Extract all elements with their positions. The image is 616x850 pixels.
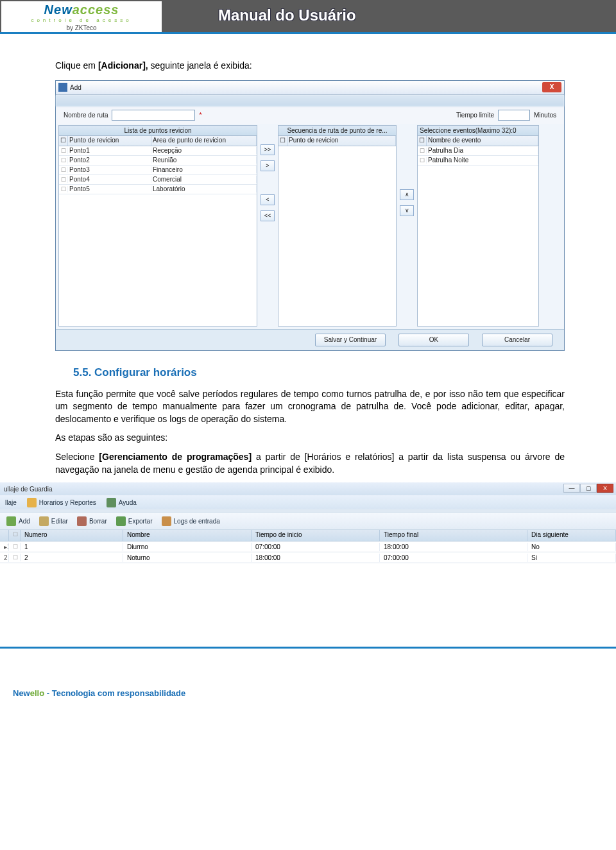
para-step-select: Selecione [Gerenciamento de programações… [55, 451, 565, 476]
close-icon[interactable]: X [597, 484, 613, 493]
brand-logo: Newaccess controle de acesso by ZKTeco [1, 1, 162, 32]
footer-brand-n: New [13, 688, 30, 698]
add-dialog: Add X Nombre de ruta * Tiempo limite Min… [55, 80, 565, 351]
menu-ayuda[interactable]: Ayuda [107, 498, 137, 507]
col-nombre: Nombre [123, 530, 252, 541]
para-function-desc: Esta função permite que você salve perío… [55, 388, 565, 426]
close-icon[interactable]: X [542, 82, 561, 92]
logo-access: access [73, 3, 119, 17]
app-menubar: llaje Horarios y Reportes Ayuda [0, 495, 616, 509]
menu-llaje[interactable]: llaje [5, 499, 17, 506]
edit-button[interactable]: Editar [39, 516, 68, 526]
list-item[interactable]: ☐Patrulha Dia [418, 146, 538, 156]
left-panel-body: ☐Ponto1Recepção ☐Ponto2Reunião ☐Ponto3Fi… [59, 146, 257, 326]
col-area: Area de punto de revicion [151, 136, 257, 146]
left-panel-header: Lista de puntos revicion [59, 126, 257, 136]
grid-header: ☐ Numero Nombre Tiempo de inicio Tiempo … [0, 530, 616, 541]
list-item[interactable]: ☐Ponto2Reunião [59, 156, 257, 166]
move-up-button[interactable]: ∧ [400, 189, 414, 200]
maximize-icon[interactable]: ▢ [580, 484, 597, 493]
save-continue-button[interactable]: Salvar y Continuar [315, 334, 386, 346]
export-button[interactable]: Exportar [116, 516, 153, 526]
page-footer: Newello - Tecnologia com responsabilidad… [0, 647, 616, 705]
col-checkpoint: Punto de revicion [68, 136, 151, 146]
pencil-icon [39, 516, 49, 526]
transfer-buttons: >> > < << [259, 125, 277, 327]
minimize-icon[interactable]: — [563, 484, 580, 493]
row-checkbox[interactable]: ☐ [9, 543, 21, 550]
chk-header[interactable]: ☐ [59, 136, 68, 146]
input-time-limit[interactable] [498, 110, 530, 121]
col-checkpoint: Punto de revicion [287, 136, 396, 146]
remove-one-button[interactable]: < [261, 194, 275, 205]
col-final: Tiempo final [380, 530, 527, 541]
logs-button[interactable]: Logs de entrada [162, 516, 220, 526]
order-buttons: ∧ ∨ [398, 125, 416, 327]
mid-panel-header: Secuencia de ruta de punto de re... [278, 126, 396, 136]
label-time-limit: Tiempo limite [456, 112, 494, 119]
footer-brand-ello: ello [30, 688, 44, 698]
form-row: Nombre de ruta * Tiempo limite Minutos [56, 106, 564, 124]
dialog-title-text: Add [70, 84, 81, 91]
chk-header[interactable]: ☐ [278, 136, 287, 146]
label-minutes: Minutos [534, 112, 556, 119]
reports-icon [27, 498, 37, 507]
app-icon [58, 83, 67, 92]
dialog-footer: Salvar y Continuar OK Cancelar [56, 329, 564, 350]
right-panel-body: ☐Patrulha Dia ☐Patrulha Noite [418, 146, 538, 326]
right-panel-header: Seleccione eventos(Maximo 32):0 [418, 126, 538, 136]
row-marker: ▸1 [0, 543, 9, 551]
schedule-app-window: ullaje de Guardia — ▢ X llaje Horarios y… [0, 482, 616, 563]
events-panel: Seleccione eventos(Maximo 32):0 ☐ Nombre… [417, 125, 539, 327]
input-route-name[interactable] [112, 110, 195, 121]
col-dia-siguiente: Dia siguiente [527, 530, 616, 541]
list-item[interactable]: ☐Ponto4Comercial [59, 175, 257, 185]
col-inicio: Tiempo de inicio [252, 530, 380, 541]
list-item[interactable]: ☐Ponto1Recepção [59, 146, 257, 156]
remove-all-button[interactable]: << [261, 210, 275, 221]
ribbon-blur [56, 95, 564, 106]
trash-icon [77, 516, 87, 526]
col-numero: Numero [21, 530, 123, 541]
page-title: Manual do Usuário [218, 6, 356, 24]
logo-new: New [44, 3, 73, 17]
para-steps-label: As etapas são as seguintes: [55, 432, 565, 445]
list-item[interactable]: ☐Ponto5Laboratório [59, 185, 257, 194]
intro-line: Clique em [Adicionar], seguinte janela é… [55, 60, 565, 72]
required-asterisk: * [199, 112, 201, 119]
move-down-button[interactable]: ∨ [400, 205, 414, 216]
ok-button[interactable]: OK [398, 334, 469, 346]
logo-subtitle: controle de acesso [31, 17, 132, 23]
list-item[interactable]: ☐Ponto3Financeiro [59, 166, 257, 175]
plus-icon [6, 516, 16, 526]
mid-panel-body [278, 146, 396, 326]
add-all-button[interactable]: >> [261, 144, 275, 155]
cancel-button[interactable]: Cancelar [482, 334, 552, 346]
app-titlebar: ullaje de Guardia — ▢ X [0, 482, 616, 495]
app-title-text: ullaje de Guardia [4, 486, 53, 493]
help-icon [107, 498, 116, 507]
add-button[interactable]: Add [6, 516, 30, 526]
row-checkbox[interactable]: ☐ [9, 554, 21, 561]
label-route-name: Nombre de ruta [64, 112, 108, 119]
logo-by: by ZKTeco [66, 24, 96, 31]
table-row[interactable]: ▸1 ☐ 1 Diurrno 07:00:00 18:00:00 No [0, 541, 616, 552]
section-heading: 5.5. Configurar horários [73, 366, 565, 379]
delete-button[interactable]: Borrar [77, 516, 107, 526]
add-one-button[interactable]: > [261, 160, 275, 171]
logs-icon [162, 516, 171, 526]
dialog-titlebar: Add X [56, 81, 564, 95]
footer-tag: - Tecnologia com responsabilidade [44, 688, 185, 698]
sequence-panel: Secuencia de ruta de punto de re... ☐ Pu… [278, 125, 397, 327]
table-row[interactable]: 2 ☐ 2 Noturno 18:00:00 07:00:00 Si [0, 552, 616, 563]
list-item[interactable]: ☐Patrulha Noite [418, 156, 538, 166]
export-icon [116, 516, 126, 526]
menu-horarios-reportes[interactable]: Horarios y Reportes [27, 498, 96, 507]
app-toolbar: Add Editar Borrar Exportar Logs de entra… [0, 512, 616, 530]
chk-header[interactable]: ☐ [418, 136, 427, 146]
col-event: Nombre de evento [427, 136, 538, 146]
page-header: Newaccess controle de acesso by ZKTeco M… [0, 0, 616, 32]
row-marker: 2 [0, 554, 9, 562]
checkpoints-list-panel: Lista de puntos revicion ☐ Punto de revi… [58, 125, 257, 327]
